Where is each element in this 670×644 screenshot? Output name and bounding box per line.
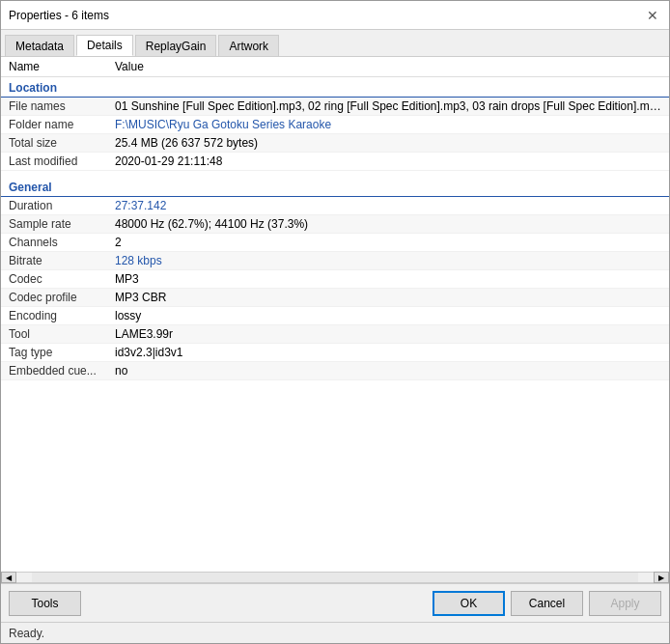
content-area: Location File names 01 Sunshine [Full Sp…: [1, 77, 669, 572]
row-embedded-cue: Embedded cue... no: [1, 362, 669, 380]
value-file-names: 01 Sunshine [Full Spec Edition].mp3, 02 …: [115, 99, 661, 113]
label-sample-rate: Sample rate: [9, 217, 115, 231]
section-general: General: [1, 177, 669, 197]
row-channels: Channels 2: [1, 234, 669, 252]
label-file-names: File names: [9, 99, 115, 113]
row-bitrate: Bitrate 128 kbps: [1, 252, 669, 270]
label-last-modified: Last modified: [9, 154, 115, 168]
row-codec-profile: Codec profile MP3 CBR: [1, 289, 669, 307]
column-header-value: Value: [115, 60, 661, 73]
label-codec-profile: Codec profile: [9, 291, 115, 304]
value-tool: LAME3.99r: [115, 327, 661, 341]
value-codec: MP3: [115, 272, 661, 286]
value-embedded-cue: no: [115, 364, 661, 378]
tabs-bar: Metadata Details ReplayGain Artwork: [1, 30, 669, 57]
column-header-row: Name Value: [1, 57, 669, 77]
row-file-names: File names 01 Sunshine [Full Spec Editio…: [1, 98, 669, 116]
tools-button[interactable]: Tools: [9, 591, 81, 616]
row-folder-name: Folder name F:\MUSIC\Ryu Ga Gotoku Serie…: [1, 116, 669, 134]
scroll-left-arrow[interactable]: ◀: [1, 572, 16, 583]
row-last-modified: Last modified 2020-01-29 21:11:48: [1, 153, 669, 171]
value-total-size: 25.4 MB (26 637 572 bytes): [115, 136, 661, 150]
row-tool: Tool LAME3.99r: [1, 325, 669, 344]
close-button[interactable]: ✕: [644, 7, 661, 24]
label-channels: Channels: [9, 236, 115, 249]
ok-button[interactable]: OK: [433, 591, 505, 616]
section-location: Location: [1, 77, 669, 98]
scroll-right-arrow[interactable]: ▶: [654, 572, 669, 583]
tab-replaygain[interactable]: ReplayGain: [135, 35, 217, 56]
label-bitrate: Bitrate: [9, 254, 115, 267]
label-total-size: Total size: [9, 136, 115, 150]
tab-details[interactable]: Details: [76, 35, 133, 56]
value-last-modified: 2020-01-29 21:11:48: [115, 154, 661, 168]
label-encoding: Encoding: [9, 309, 115, 322]
tab-artwork[interactable]: Artwork: [218, 35, 279, 56]
label-folder-name: Folder name: [9, 118, 115, 131]
status-text: Ready.: [9, 627, 44, 640]
scrollbar-track[interactable]: [32, 573, 638, 582]
row-encoding: Encoding lossy: [1, 307, 669, 325]
value-encoding: lossy: [115, 309, 661, 322]
value-bitrate: 128 kbps: [115, 254, 661, 267]
row-duration: Duration 27:37.142: [1, 197, 669, 215]
label-duration: Duration: [9, 199, 115, 212]
label-codec: Codec: [9, 272, 115, 286]
column-header-name: Name: [9, 60, 115, 73]
row-tag-type: Tag type id3v2.3|id3v1: [1, 344, 669, 362]
tab-metadata[interactable]: Metadata: [5, 35, 74, 56]
button-bar: Tools OK Cancel Apply: [1, 583, 669, 622]
row-codec: Codec MP3: [1, 270, 669, 289]
label-tool: Tool: [9, 327, 115, 341]
title-bar: Properties - 6 items ✕: [1, 1, 669, 30]
row-sample-rate: Sample rate 48000 Hz (62.7%); 44100 Hz (…: [1, 215, 669, 234]
status-bar: Ready.: [1, 622, 669, 643]
value-channels: 2: [115, 236, 661, 249]
properties-window: Properties - 6 items ✕ Metadata Details …: [0, 0, 670, 644]
label-embedded-cue: Embedded cue...: [9, 364, 115, 378]
value-folder-name: F:\MUSIC\Ryu Ga Gotoku Series Karaoke: [115, 118, 661, 131]
value-sample-rate: 48000 Hz (62.7%); 44100 Hz (37.3%): [115, 217, 661, 231]
value-codec-profile: MP3 CBR: [115, 291, 661, 304]
cancel-button[interactable]: Cancel: [511, 591, 583, 616]
apply-button[interactable]: Apply: [589, 591, 661, 616]
value-duration: 27:37.142: [115, 199, 661, 212]
window-title: Properties - 6 items: [9, 9, 109, 22]
horizontal-scrollbar[interactable]: ◀ ▶: [1, 572, 669, 583]
value-tag-type: id3v2.3|id3v1: [115, 346, 661, 359]
row-total-size: Total size 25.4 MB (26 637 572 bytes): [1, 134, 669, 153]
label-tag-type: Tag type: [9, 346, 115, 359]
